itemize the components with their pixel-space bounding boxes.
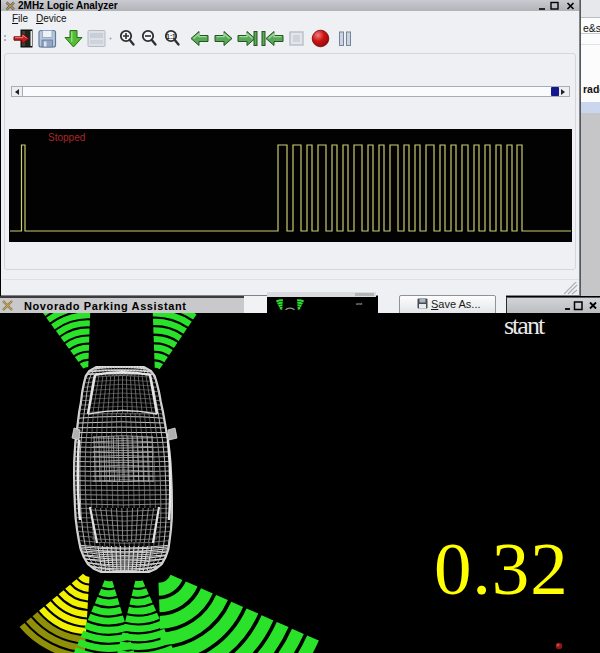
svg-text:ant: ant bbox=[356, 301, 363, 306]
svg-text:1:1: 1:1 bbox=[166, 33, 176, 40]
